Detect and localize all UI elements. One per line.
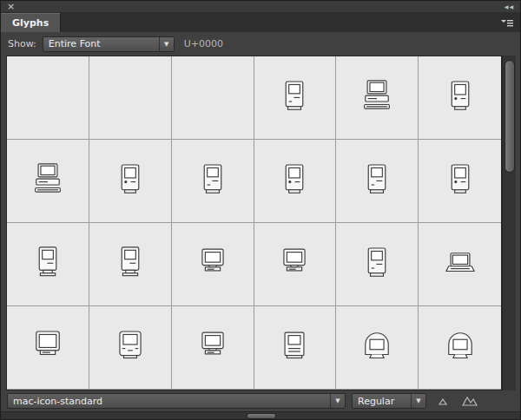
glyph-cell[interactable] — [254, 223, 337, 306]
tab-bar: Glyphs — [1, 13, 520, 32]
glyph-cell[interactable] — [419, 306, 501, 390]
unicode-readout: U+0000 — [184, 38, 223, 49]
mac-glyph-icon — [193, 161, 233, 201]
horizontal-scrollbar-thumb[interactable] — [247, 413, 276, 419]
style-value: Regular — [353, 396, 411, 407]
mac-glyph-icon — [28, 161, 68, 201]
glyph-cell[interactable] — [336, 56, 419, 140]
mac-glyph-icon — [357, 328, 397, 368]
mac-glyph-icon — [274, 161, 314, 201]
tab-label: Glyphs — [12, 17, 49, 29]
glyph-cell[interactable] — [254, 140, 337, 223]
zoom-out-icon[interactable] — [432, 393, 453, 409]
footer-bar: mac-icon-standard ▼ Regular ▼ — [1, 390, 520, 411]
glyph-cell[interactable] — [89, 140, 172, 223]
glyph-cell[interactable] — [419, 140, 501, 223]
mac-glyph-icon — [357, 245, 397, 285]
mac-glyph-icon — [274, 245, 314, 285]
glyph-cell[interactable] — [7, 223, 89, 306]
glyph-cell[interactable] — [336, 306, 419, 390]
glyphs-panel: × ◀◀ Glyphs Show: Entire Font ▼ U+0000 — [0, 0, 521, 420]
show-toolbar: Show: Entire Font ▼ U+0000 — [1, 32, 520, 56]
glyph-cell-empty[interactable] — [89, 56, 172, 140]
mac-glyph-icon — [440, 328, 480, 368]
mac-glyph-icon — [274, 328, 314, 368]
font-name-value: mac-icon-standard — [8, 396, 330, 407]
glyph-cell[interactable] — [7, 306, 89, 390]
glyph-cell[interactable] — [419, 223, 501, 306]
glyph-cell-empty[interactable] — [7, 56, 89, 140]
mac-glyph-icon — [440, 78, 480, 118]
mac-glyph-icon — [274, 78, 314, 118]
mac-glyph-icon — [28, 245, 68, 285]
vertical-scrollbar-thumb[interactable] — [505, 60, 515, 173]
collapse-panel-icon[interactable]: ◀◀ — [505, 3, 514, 10]
close-icon[interactable]: × — [7, 2, 15, 11]
mac-glyph-icon — [110, 328, 150, 368]
glyph-grid-frame — [6, 56, 502, 390]
zoom-in-icon[interactable] — [459, 393, 480, 409]
glyph-cell[interactable] — [89, 306, 172, 390]
mac-glyph-icon — [193, 245, 233, 285]
mac-glyph-icon — [440, 245, 480, 285]
mac-glyph-icon — [357, 78, 397, 118]
show-label: Show: — [8, 38, 36, 49]
dropdown-arrow-icon: ▼ — [159, 37, 174, 51]
show-dropdown-value: Entire Font — [43, 38, 159, 49]
mac-glyph-icon — [357, 161, 397, 201]
dropdown-arrow-icon[interactable]: ▼ — [330, 394, 345, 408]
glyph-cell[interactable] — [89, 223, 172, 306]
style-dropdown[interactable]: Regular ▼ — [352, 393, 426, 409]
glyph-grid — [7, 56, 501, 390]
glyph-area — [1, 56, 520, 390]
glyph-cell[interactable] — [336, 223, 419, 306]
mac-glyph-icon — [110, 161, 150, 201]
horizontal-scrollbar[interactable] — [1, 411, 520, 419]
panel-topbar: × ◀◀ — [1, 1, 520, 13]
dropdown-arrow-icon[interactable]: ▼ — [411, 394, 425, 408]
glyph-cell[interactable] — [419, 56, 501, 140]
glyph-cell[interactable] — [172, 140, 254, 223]
glyph-cell[interactable] — [254, 56, 337, 140]
glyph-cell[interactable] — [172, 306, 254, 390]
glyph-cell-empty[interactable] — [172, 56, 254, 140]
mac-glyph-icon — [193, 328, 233, 368]
mac-glyph-icon — [28, 328, 68, 368]
panel-menu-icon[interactable] — [499, 16, 515, 29]
glyph-cell[interactable] — [336, 140, 419, 223]
glyph-cell[interactable] — [254, 306, 337, 390]
show-dropdown[interactable]: Entire Font ▼ — [43, 36, 175, 52]
font-name-combo[interactable]: mac-icon-standard ▼ — [7, 393, 346, 409]
glyph-cell[interactable] — [172, 223, 254, 306]
vertical-scrollbar[interactable] — [502, 56, 516, 390]
glyph-cell[interactable] — [7, 140, 89, 223]
mac-glyph-icon — [110, 245, 150, 285]
tab-glyphs[interactable]: Glyphs — [1, 13, 61, 32]
mac-glyph-icon — [440, 161, 480, 201]
